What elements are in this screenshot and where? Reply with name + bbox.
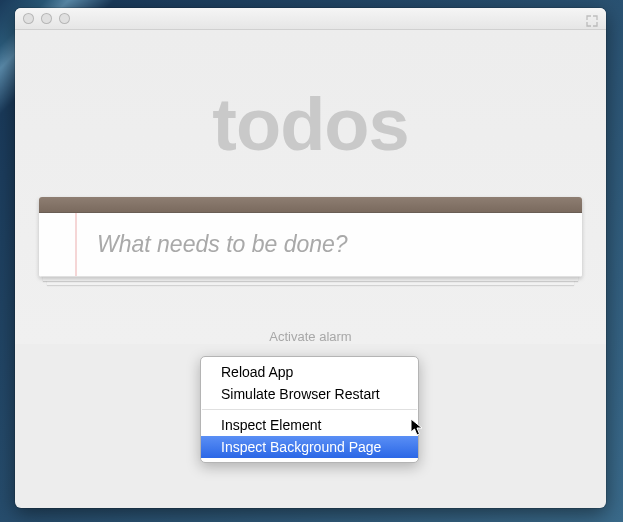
menu-item-inspect-background-page[interactable]: Inspect Background Page bbox=[201, 436, 418, 458]
app-title: todos bbox=[15, 30, 606, 197]
notebook-margin-line bbox=[75, 213, 77, 276]
titlebar bbox=[15, 8, 606, 30]
menu-item-simulate-browser-restart[interactable]: Simulate Browser Restart bbox=[201, 383, 418, 405]
card-header bbox=[39, 197, 582, 213]
zoom-icon[interactable] bbox=[59, 13, 70, 24]
traffic-lights bbox=[23, 13, 70, 24]
fullscreen-icon[interactable] bbox=[586, 13, 598, 25]
minimize-icon[interactable] bbox=[41, 13, 52, 24]
todo-card bbox=[39, 197, 582, 277]
menu-item-inspect-element[interactable]: Inspect Element bbox=[201, 414, 418, 436]
input-area bbox=[39, 213, 582, 277]
activate-alarm-link[interactable]: Activate alarm bbox=[15, 277, 606, 344]
content-area: todos Activate alarm bbox=[15, 30, 606, 344]
menu-separator bbox=[202, 409, 417, 410]
menu-item-reload-app[interactable]: Reload App bbox=[201, 361, 418, 383]
context-menu: Reload App Simulate Browser Restart Insp… bbox=[200, 356, 419, 463]
close-icon[interactable] bbox=[23, 13, 34, 24]
new-todo-input[interactable] bbox=[39, 213, 582, 276]
